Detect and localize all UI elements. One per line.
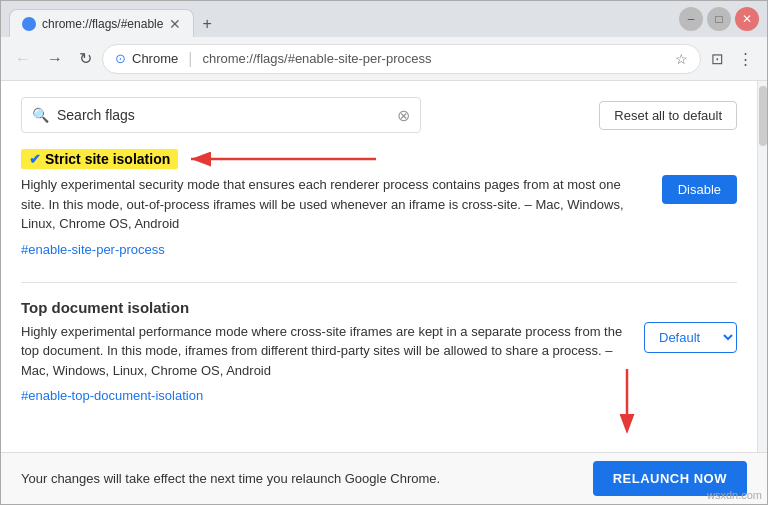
annotation-arrow-2 — [597, 364, 657, 434]
search-clear-icon[interactable]: ⊗ — [397, 106, 410, 125]
menu-button[interactable]: ⋮ — [732, 44, 759, 74]
tab-close-button[interactable]: ✕ — [169, 16, 181, 32]
flag-title-2: Top document isolation — [21, 299, 189, 316]
search-row: 🔍 ⊗ Reset all to default — [21, 97, 737, 133]
flags-list: ✔ Strict site isolation Highly experimen… — [21, 149, 737, 404]
tab-favicon — [22, 17, 36, 31]
flag-description-2: Highly experimental performance mode whe… — [21, 322, 628, 381]
tab-area: chrome://flags/#enable ✕ + — [9, 1, 220, 37]
active-tab[interactable]: chrome://flags/#enable ✕ — [9, 9, 194, 37]
flags-page: 🔍 ⊗ Reset all to default — [1, 81, 757, 452]
window-controls: – □ ✕ — [679, 7, 759, 31]
minimize-button[interactable]: – — [679, 7, 703, 31]
flag-title-row: ✔ Strict site isolation — [21, 149, 737, 169]
forward-button[interactable]: → — [41, 44, 69, 74]
flag-link[interactable]: #enable-site-per-process — [21, 242, 165, 257]
default-select[interactable]: Default Enabled Disabled — [644, 322, 737, 353]
new-tab-button[interactable]: + — [194, 11, 219, 37]
flag-link-2[interactable]: #enable-top-document-isolation — [21, 388, 203, 403]
disable-button[interactable]: Disable — [662, 175, 737, 204]
search-box: 🔍 ⊗ — [21, 97, 421, 133]
flag-title: Strict site isolation — [45, 151, 170, 167]
tab-label: chrome://flags/#enable — [42, 17, 163, 31]
search-input[interactable] — [57, 107, 389, 123]
site-name: Chrome — [132, 51, 178, 66]
navigation-bar: ← → ↻ ⊙ Chrome | chrome://flags/#enable-… — [1, 37, 767, 81]
bookmark-star-icon[interactable]: ☆ — [675, 51, 688, 67]
extensions-button[interactable]: ⊡ — [705, 44, 730, 74]
reset-all-button[interactable]: Reset all to default — [599, 101, 737, 130]
flag-item-strict-site-isolation: ✔ Strict site isolation Highly experimen… — [21, 149, 737, 258]
address-url: chrome://flags/#enable-site-per-process — [202, 51, 431, 66]
flag-title-row-2: Top document isolation — [21, 299, 737, 316]
nav-right-buttons: ⊡ ⋮ — [705, 44, 759, 74]
address-separator: | — [188, 50, 192, 68]
address-bar[interactable]: ⊙ Chrome | chrome://flags/#enable-site-p… — [102, 44, 701, 74]
relaunch-notice: Your changes will take effect the next t… — [21, 471, 577, 486]
back-button[interactable]: ← — [9, 44, 37, 74]
browser-window: chrome://flags/#enable ✕ + – □ ✕ ← → ↻ ⊙… — [0, 0, 768, 505]
scrollbar[interactable] — [757, 81, 767, 452]
maximize-button[interactable]: □ — [707, 7, 731, 31]
search-icon: 🔍 — [32, 107, 49, 123]
flag-description: Highly experimental security mode that e… — [21, 175, 646, 234]
watermark: wsxdn.com — [707, 489, 762, 501]
site-icon: ⊙ — [115, 51, 126, 66]
page-content: 🔍 ⊗ Reset all to default — [1, 81, 767, 452]
scrollbar-thumb[interactable] — [759, 86, 767, 146]
checkmark-icon: ✔ — [29, 151, 41, 167]
close-button[interactable]: ✕ — [735, 7, 759, 31]
bottom-bar: Your changes will take effect the next t… — [1, 452, 767, 504]
flag-separator — [21, 282, 737, 283]
flag-enabled-badge: ✔ Strict site isolation — [21, 149, 178, 169]
title-bar: chrome://flags/#enable ✕ + – □ ✕ — [1, 1, 767, 37]
reload-button[interactable]: ↻ — [73, 43, 98, 74]
